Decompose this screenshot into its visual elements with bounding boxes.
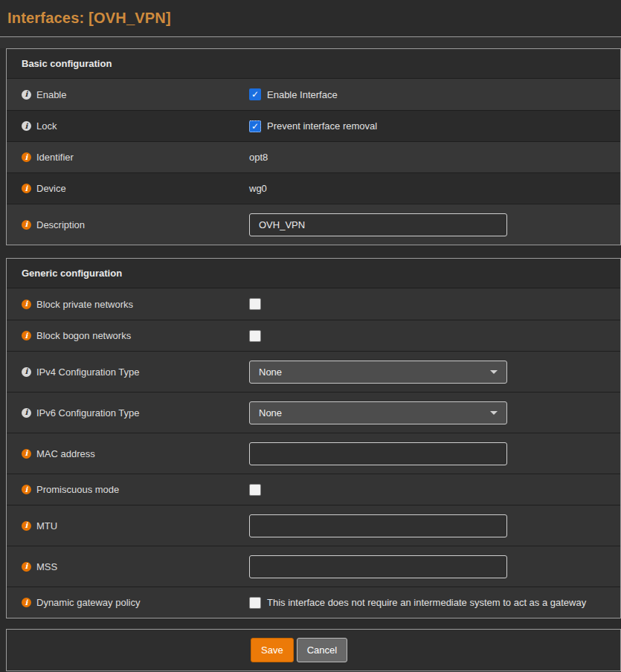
info-icon[interactable]: i (22, 408, 31, 418)
select-value: None (259, 407, 282, 419)
panel-basic-title: Basic configuration (7, 49, 620, 79)
info-icon[interactable]: i (22, 220, 31, 230)
value-cell (249, 330, 620, 342)
enable-checkbox[interactable] (249, 88, 261, 100)
info-icon[interactable]: i (22, 449, 31, 459)
info-icon[interactable]: i (22, 562, 31, 572)
mss-input[interactable] (249, 555, 507, 578)
field-label: MAC address (36, 448, 95, 459)
info-icon[interactable]: i (22, 331, 31, 340)
form-row-mss: iMSS (7, 546, 620, 587)
info-icon[interactable]: i (22, 121, 31, 131)
field-label: IPv4 Configuration Type (36, 366, 140, 378)
actions-panel: Save Cancel (6, 629, 621, 671)
ipv6-configuration-type-select[interactable]: None (249, 401, 507, 424)
page-header: Interfaces: [OVH_VPN] (0, 0, 621, 36)
header-divider-band (0, 36, 621, 48)
value-cell: This interface does not require an inter… (249, 597, 620, 609)
value-cell (249, 555, 620, 578)
promiscuous-mode-checkbox[interactable] (249, 484, 261, 496)
form-row-device: iDevicewg0 (7, 172, 620, 204)
description-input[interactable] (249, 213, 507, 236)
checkbox-label[interactable]: Enable Interface (267, 89, 338, 100)
form-row-identifier: iIdentifieropt8 (7, 141, 620, 172)
select-value: None (259, 366, 282, 378)
form-row-promiscuous-mode: iPromiscuous mode (7, 474, 620, 505)
ipv4-configuration-type-select[interactable]: None (249, 361, 507, 384)
block-private-networks-checkbox[interactable] (249, 298, 261, 310)
mtu-input[interactable] (249, 514, 507, 537)
value-cell (249, 484, 620, 496)
field-label: Identifier (36, 152, 74, 163)
form-row-dynamic-gateway-policy: iDynamic gateway policyThis interface do… (7, 587, 620, 618)
field-label: IPv6 Configuration Type (36, 407, 140, 419)
panel-basic-configuration: Basic configuration iEnableEnable Interf… (6, 48, 621, 245)
panel-generic-configuration: Generic configuration iBlock private net… (6, 258, 621, 618)
content-area: Basic configuration iEnableEnable Interf… (0, 48, 621, 671)
chevron-down-icon (490, 411, 498, 415)
value-cell (249, 213, 620, 236)
value-cell (249, 514, 620, 537)
block-bogon-networks-checkbox[interactable] (249, 330, 261, 342)
label-cell: iLock (7, 120, 249, 132)
cancel-button[interactable]: Cancel (297, 638, 347, 662)
field-label: Block private networks (36, 299, 133, 310)
save-button[interactable]: Save (251, 638, 294, 662)
value-cell (249, 298, 620, 310)
device-value: wg0 (249, 183, 267, 194)
form-row-ipv6-configuration-type: iIPv6 Configuration TypeNone (7, 392, 620, 433)
info-icon[interactable]: i (22, 90, 31, 100)
info-icon[interactable]: i (22, 521, 31, 531)
label-cell: iIdentifier (7, 152, 249, 163)
form-row-block-bogon-networks: iBlock bogon networks (7, 320, 620, 351)
panel-generic-title: Generic configuration (7, 259, 620, 288)
form-row-description: iDescription (7, 204, 620, 245)
form-row-mtu: iMTU (7, 505, 620, 546)
field-label: Block bogon networks (36, 330, 131, 341)
checkbox-label[interactable]: This interface does not require an inter… (267, 597, 586, 608)
info-icon[interactable]: i (22, 184, 31, 193)
value-cell: wg0 (249, 183, 620, 194)
label-cell: iDynamic gateway policy (7, 597, 249, 608)
label-cell: iBlock bogon networks (7, 330, 249, 341)
label-cell: iBlock private networks (7, 299, 249, 310)
info-icon[interactable]: i (22, 485, 31, 494)
label-cell: iPromiscuous mode (7, 484, 249, 495)
label-cell: iDescription (7, 219, 249, 230)
form-row-block-private-networks: iBlock private networks (7, 288, 620, 320)
lock-checkbox[interactable] (249, 120, 261, 132)
field-label: Device (36, 183, 66, 194)
page-title: Interfaces: [OVH_VPN] (7, 10, 171, 27)
info-icon[interactable]: i (22, 300, 31, 309)
value-cell (249, 442, 620, 465)
form-row-mac-address: iMAC address (7, 433, 620, 474)
form-row-lock: iLockPrevent interface removal (7, 110, 620, 141)
label-cell: iIPv6 Configuration Type (7, 407, 249, 419)
value-cell: None (249, 361, 620, 384)
info-icon[interactable]: i (22, 367, 31, 377)
value-cell: None (249, 401, 620, 424)
label-cell: iEnable (7, 89, 249, 100)
label-cell: iDevice (7, 183, 249, 194)
identifier-value: opt8 (249, 152, 268, 163)
panel-basic-rows: iEnableEnable InterfaceiLockPrevent inte… (7, 79, 620, 245)
field-label: MTU (36, 520, 57, 532)
field-label: Enable (36, 89, 66, 100)
mac-address-input[interactable] (249, 442, 507, 465)
label-cell: iMAC address (7, 448, 249, 459)
field-label: MSS (36, 561, 57, 572)
panel-generic-rows: iBlock private networksiBlock bogon netw… (7, 288, 620, 618)
label-cell: iIPv4 Configuration Type (7, 366, 249, 378)
field-label: Dynamic gateway policy (36, 597, 140, 608)
field-label: Description (36, 219, 85, 230)
dynamic-gateway-policy-checkbox[interactable] (249, 597, 261, 609)
info-icon[interactable]: i (22, 152, 31, 162)
field-label: Lock (36, 120, 57, 132)
value-cell: Prevent interface removal (249, 120, 620, 132)
form-row-enable: iEnableEnable Interface (7, 79, 620, 110)
label-cell: iMTU (7, 520, 249, 532)
form-row-ipv4-configuration-type: iIPv4 Configuration TypeNone (7, 351, 620, 392)
info-icon[interactable]: i (22, 598, 31, 607)
value-cell: opt8 (249, 152, 620, 163)
checkbox-label[interactable]: Prevent interface removal (267, 120, 377, 132)
